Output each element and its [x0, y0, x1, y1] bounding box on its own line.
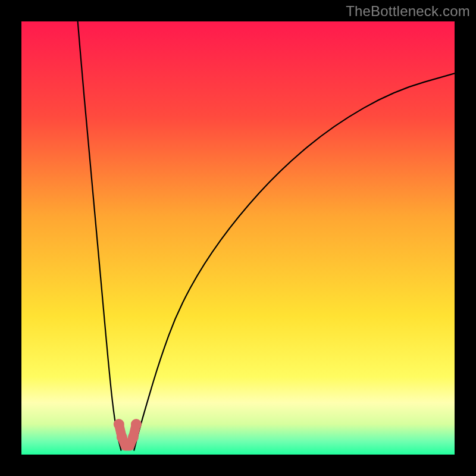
watermark-text: TheBottleneck.com: [346, 3, 470, 20]
plot-background: [21, 21, 455, 455]
bottleneck-chart: [0, 0, 476, 476]
svg-point-3: [131, 419, 142, 430]
chart-frame: { "watermark": "TheBottleneck.com", "cha…: [0, 0, 476, 476]
svg-point-1: [117, 432, 127, 443]
svg-point-2: [128, 432, 139, 443]
svg-point-0: [114, 419, 124, 430]
